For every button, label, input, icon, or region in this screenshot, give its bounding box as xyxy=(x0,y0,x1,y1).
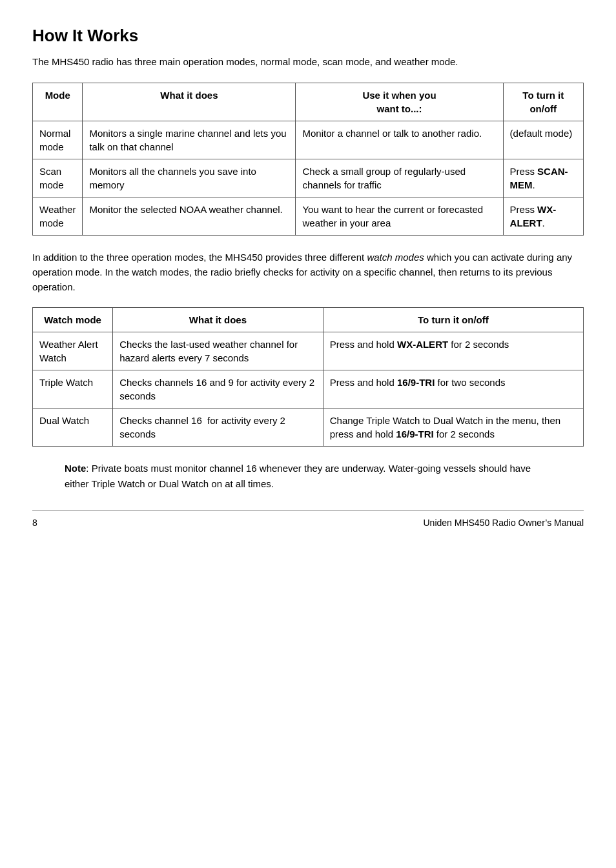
watch-dual-turn: Change Triple Watch to Dual Watch in the… xyxy=(323,409,583,447)
watch-dual-label: Dual Watch xyxy=(33,409,113,447)
footer-manual-title: Uniden MHS450 Radio Owner’s Manual xyxy=(424,518,584,528)
mode-weather-turn: Press WX-ALERT. xyxy=(503,197,583,235)
page-title: How It Works xyxy=(32,26,584,46)
footer-page-number: 8 xyxy=(32,518,37,528)
mode-weather-use: You want to hear the current or forecast… xyxy=(296,197,503,235)
mode-weather-what: Monitor the selected NOAA weather channe… xyxy=(83,197,296,235)
watch-table: Watch mode What it does To turn it on/of… xyxy=(32,307,584,447)
watch-dual-what: Checks channel 16 for activity every 2 s… xyxy=(113,409,323,447)
table-row: Scanmode Monitors all the channels you s… xyxy=(33,159,584,197)
mode-scan-what: Monitors all the channels you save into … xyxy=(83,159,296,197)
watch-triple-turn: Press and hold 16/9-TRI for two seconds xyxy=(323,370,583,409)
note-box: Note: Private boats must monitor channel… xyxy=(65,461,551,491)
watch-col-mode: Watch mode xyxy=(33,308,113,332)
mode-normal-what: Monitors a single marine channel and let… xyxy=(83,121,296,159)
table-row: Triple Watch Checks channels 16 and 9 fo… xyxy=(33,370,584,409)
modes-col-use: Use it when youwant to...: xyxy=(296,83,503,121)
footer: 8 Uniden MHS450 Radio Owner’s Manual xyxy=(32,510,584,528)
note-text: Note: Private boats must monitor channel… xyxy=(65,461,551,491)
mode-normal-label: Normalmode xyxy=(33,121,83,159)
watch-triple-what: Checks channels 16 and 9 for activity ev… xyxy=(113,370,323,409)
modes-col-turn: To turn iton/off xyxy=(503,83,583,121)
table-row: Weathermode Monitor the selected NOAA we… xyxy=(33,197,584,235)
mode-scan-label: Scanmode xyxy=(33,159,83,197)
modes-table: Mode What it does Use it when youwant to… xyxy=(32,83,584,236)
modes-col-mode: Mode xyxy=(33,83,83,121)
mode-normal-use: Monitor a channel or talk to another rad… xyxy=(296,121,503,159)
table-row: Weather Alert Watch Checks the last-used… xyxy=(33,332,584,370)
watch-col-what: What it does xyxy=(113,308,323,332)
watch-alert-what: Checks the last-used weather channel for… xyxy=(113,332,323,370)
watch-alert-label: Weather Alert Watch xyxy=(33,332,113,370)
intro-paragraph: The MHS450 radio has three main operatio… xyxy=(32,55,584,70)
mode-scan-use: Check a small group of regularly-used ch… xyxy=(296,159,503,197)
modes-col-what: What it does xyxy=(83,83,296,121)
mode-scan-turn: Press SCAN-MEM. xyxy=(503,159,583,197)
watch-col-turn: To turn it on/off xyxy=(323,308,583,332)
watch-triple-label: Triple Watch xyxy=(33,370,113,409)
mid-paragraph: In addition to the three operation modes… xyxy=(32,250,584,295)
mode-weather-label: Weathermode xyxy=(33,197,83,235)
watch-alert-turn: Press and hold WX-ALERT for 2 seconds xyxy=(323,332,583,370)
mode-normal-turn: (default mode) xyxy=(503,121,583,159)
table-row: Normalmode Monitors a single marine chan… xyxy=(33,121,584,159)
table-row: Dual Watch Checks channel 16 for activit… xyxy=(33,409,584,447)
